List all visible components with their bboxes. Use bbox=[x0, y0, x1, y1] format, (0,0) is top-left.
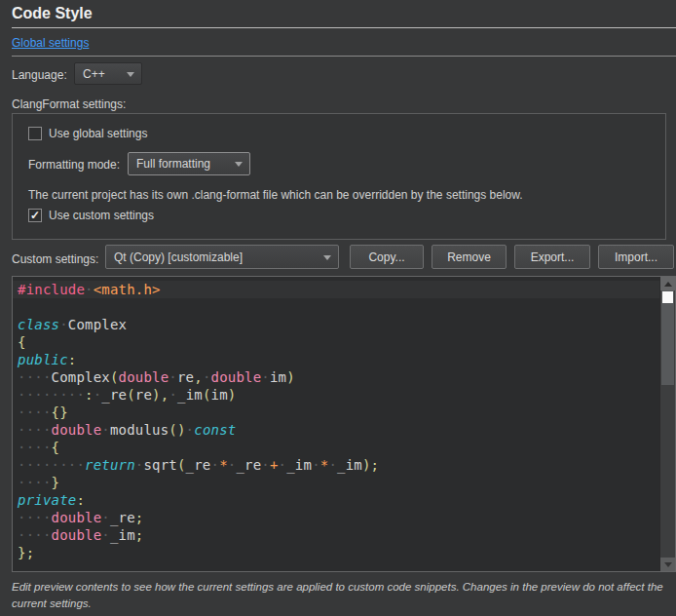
code-token-punc: ; bbox=[135, 527, 144, 543]
code-token-type: double bbox=[52, 527, 102, 543]
code-line bbox=[13, 298, 660, 316]
code-style-settings-page: Code Style Global settings Language: C++… bbox=[0, 0, 676, 616]
formatting-mode-select[interactable]: Full formatting bbox=[128, 152, 250, 175]
code-token-punc: : bbox=[85, 387, 94, 403]
code-line: ········:·_re(re),·_im(im) bbox=[13, 386, 660, 404]
code-token-str: <math.h> bbox=[94, 282, 161, 297]
code-token-kw: public bbox=[18, 352, 68, 367]
code-token-type: double bbox=[119, 369, 169, 385]
checkbox-box bbox=[28, 127, 42, 140]
editor-vertical-scrollbar[interactable] bbox=[659, 277, 675, 571]
import-button[interactable]: Import... bbox=[598, 245, 674, 269]
code-token-kw: const bbox=[194, 422, 236, 438]
code-token-punc: ( bbox=[203, 387, 211, 403]
global-settings-link[interactable]: Global settings bbox=[12, 36, 89, 50]
code-token-punc: : bbox=[76, 492, 85, 508]
code-line: }; bbox=[13, 544, 660, 561]
language-select-value: C++ bbox=[83, 67, 105, 81]
code-token-op: + bbox=[270, 457, 279, 473]
code-token-punc: ; bbox=[135, 510, 144, 525]
code-area: #include·<math.h>class·Complex{public:··… bbox=[13, 277, 660, 571]
clangformat-section-label: ClangFormat settings: bbox=[12, 97, 126, 111]
code-token-type: double bbox=[52, 510, 102, 525]
code-line: #include·<math.h> bbox=[13, 281, 660, 298]
code-token-ws: · bbox=[186, 422, 195, 438]
code-token-id: re bbox=[135, 387, 152, 403]
chevron-down-icon bbox=[127, 72, 134, 77]
code-token-punc: ) bbox=[228, 387, 237, 403]
code-line: ····double·_im; bbox=[13, 526, 660, 544]
use-global-settings-checkbox[interactable]: Use global settings bbox=[28, 127, 147, 140]
code-token-ws: ········ bbox=[18, 387, 85, 403]
language-select[interactable]: C++ bbox=[74, 62, 142, 85]
code-line: class·Complex bbox=[13, 316, 660, 333]
code-line: ····{} bbox=[13, 404, 660, 421]
code-token-id: _im bbox=[110, 527, 135, 543]
chevron-down-icon bbox=[323, 255, 331, 260]
code-token-ws: · bbox=[101, 527, 110, 543]
code-token-ws: · bbox=[85, 282, 94, 297]
code-line: ····{ bbox=[13, 439, 660, 456]
code-token-punc: {} bbox=[52, 404, 68, 420]
code-token-ws: ···· bbox=[18, 422, 52, 438]
chevron-down-icon bbox=[235, 162, 243, 167]
code-preview-editor[interactable]: #include·<math.h>class·Complex{public:··… bbox=[12, 276, 676, 572]
code-line: ········return·sqrt(_re·*·_re·+·_im·*·_i… bbox=[13, 456, 660, 474]
language-label: Language: bbox=[12, 68, 67, 82]
code-token-punc: }; bbox=[18, 545, 34, 560]
code-token-punc: ) bbox=[286, 369, 295, 385]
code-line: public: bbox=[13, 351, 660, 368]
code-token-punc: ( bbox=[177, 457, 186, 473]
code-token-punc: { bbox=[18, 334, 26, 350]
code-token-ws: · bbox=[279, 457, 287, 473]
code-line: ····double·modulus()·const bbox=[13, 421, 660, 439]
code-token-punc: : bbox=[68, 352, 77, 367]
code-token-ws: · bbox=[203, 369, 211, 385]
code-token-id: _im bbox=[286, 457, 312, 473]
code-token-ws: · bbox=[328, 457, 337, 473]
code-token-id: _re bbox=[186, 457, 211, 473]
scroll-down-button[interactable] bbox=[660, 558, 675, 571]
code-token-punc: , bbox=[194, 369, 203, 385]
title-divider bbox=[12, 27, 676, 28]
copy-button[interactable]: Copy... bbox=[350, 245, 424, 269]
code-token-punc: ); bbox=[362, 457, 379, 473]
scrollbar-thumb[interactable] bbox=[661, 290, 674, 385]
scroll-up-button[interactable] bbox=[660, 277, 675, 290]
link-divider bbox=[12, 56, 676, 57]
code-token-punc: ( bbox=[110, 369, 119, 385]
code-token-kw: private bbox=[18, 492, 76, 508]
code-token-ws: · bbox=[101, 510, 110, 525]
remove-button[interactable]: Remove bbox=[432, 245, 507, 269]
code-token-ws: · bbox=[261, 369, 270, 385]
code-token-kw: return bbox=[85, 457, 135, 473]
export-button[interactable]: Export... bbox=[514, 245, 590, 269]
code-token-type: double bbox=[52, 422, 102, 438]
code-token-id: _re bbox=[101, 387, 127, 403]
code-token-ws: ···· bbox=[18, 440, 52, 455]
code-token-punc: ( bbox=[127, 387, 135, 403]
code-token-id: Complex bbox=[52, 369, 110, 385]
code-token-id: re bbox=[177, 369, 194, 385]
code-token-ws: ···· bbox=[18, 475, 52, 490]
clang-format-info-text: The current project has its own .clang-f… bbox=[28, 188, 523, 202]
code-token-ws: · bbox=[169, 369, 177, 385]
use-custom-settings-checkbox[interactable]: ✓ Use custom settings bbox=[28, 209, 154, 222]
code-token-ws: · bbox=[312, 457, 320, 473]
custom-settings-select[interactable]: Qt (Copy) [customizable] bbox=[105, 245, 339, 269]
use-global-settings-label: Use global settings bbox=[49, 127, 147, 140]
code-token-id: im bbox=[211, 387, 228, 403]
checkbox-box: ✓ bbox=[28, 209, 42, 222]
scroll-up-icon bbox=[664, 282, 672, 287]
code-token-id: im bbox=[270, 369, 286, 385]
scroll-down-icon bbox=[664, 562, 672, 567]
formatting-mode-value: Full formatting bbox=[136, 157, 210, 171]
code-token-id: _im bbox=[337, 457, 362, 473]
code-token-ws: ···· bbox=[18, 510, 52, 525]
custom-settings-value: Qt (Copy) [customizable] bbox=[114, 250, 243, 264]
code-token-ws: · bbox=[169, 387, 177, 403]
code-token-id: _re bbox=[236, 457, 261, 473]
use-custom-settings-label: Use custom settings bbox=[49, 209, 154, 222]
code-token-kw: class bbox=[18, 317, 59, 332]
code-token-id: sqrt bbox=[143, 457, 177, 473]
